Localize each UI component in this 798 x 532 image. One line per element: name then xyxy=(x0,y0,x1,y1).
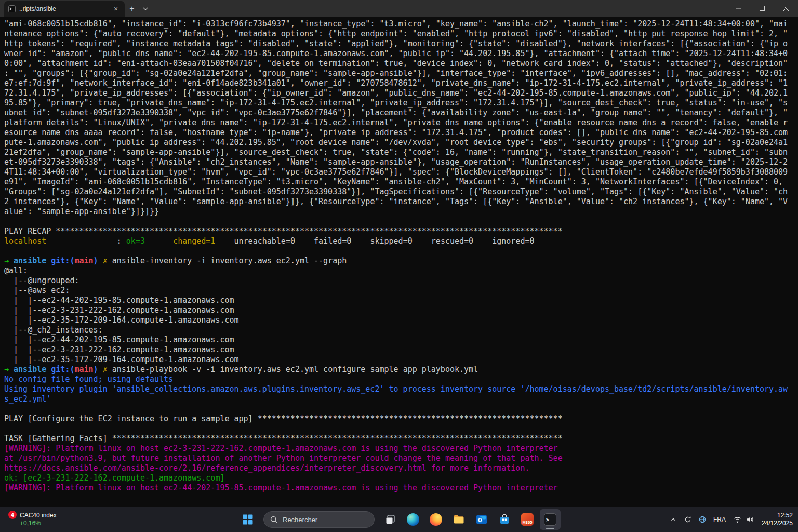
clock[interactable]: 12:52 24/12/2025 xyxy=(762,512,793,527)
terminal-tab[interactable]: ..ripts/ansible × xyxy=(4,1,125,17)
outlook-icon xyxy=(475,513,488,526)
folder-icon xyxy=(453,513,465,526)
sync-tray-button[interactable] xyxy=(681,511,695,528)
system-tray: FRA 12:52 24/12/2025 xyxy=(667,507,795,532)
active-app-indicator xyxy=(546,528,554,529)
minimize-button[interactable] xyxy=(726,0,750,17)
task-view-button[interactable] xyxy=(380,509,401,530)
store-icon xyxy=(498,513,511,526)
windows-logo-icon xyxy=(242,514,254,525)
taskbar-center: Rechercher M365 >_ xyxy=(237,507,561,532)
terminal-app-icon xyxy=(8,5,16,12)
widget-title: CAC40 index xyxy=(20,512,57,520)
edge-icon xyxy=(407,513,419,526)
search-placeholder: Rechercher xyxy=(283,516,317,524)
store-button[interactable] xyxy=(494,509,515,530)
sync-icon xyxy=(684,515,692,524)
globe-icon xyxy=(698,515,707,524)
tray-chevron-button[interactable] xyxy=(667,511,680,528)
new-tab-button[interactable]: + xyxy=(125,1,139,17)
language-indicator[interactable]: FRA xyxy=(710,511,729,528)
terminal-icon: >_ xyxy=(544,513,556,526)
firefox-button[interactable] xyxy=(425,509,446,530)
network-tray-button[interactable] xyxy=(696,511,709,528)
notification-badge: 4 xyxy=(8,511,17,519)
caption-buttons xyxy=(726,0,798,17)
terminal-titlebar: ..ripts/ansible × + xyxy=(0,0,798,17)
desktop: ..ripts/ansible × + "ami-068c0051b15cdb8… xyxy=(0,0,798,532)
widgets-button[interactable]: 4 CAC40 index +0,16% xyxy=(5,507,60,532)
file-explorer-button[interactable] xyxy=(448,509,469,530)
terminal-button[interactable]: >_ xyxy=(540,509,561,530)
volume-icon xyxy=(746,515,754,524)
widget-change: +0,16% xyxy=(20,520,57,527)
m365-button[interactable]: M365 xyxy=(517,509,538,530)
tab-title: ..ripts/ansible xyxy=(19,5,108,12)
taskbar: 4 CAC40 index +0,16% Rechercher xyxy=(0,507,798,532)
firefox-icon xyxy=(430,513,442,526)
close-button[interactable] xyxy=(774,0,798,17)
maximize-button[interactable] xyxy=(750,0,774,17)
wifi-icon xyxy=(733,515,742,524)
outlook-button[interactable] xyxy=(471,509,492,530)
tab-close-icon[interactable]: × xyxy=(111,4,121,14)
task-view-icon xyxy=(384,514,396,525)
tab-dropdown-button[interactable] xyxy=(139,1,152,17)
chevron-up-icon xyxy=(670,516,677,523)
terminal-output[interactable]: "ami-068c0051b15cdb816", "instance_id": … xyxy=(0,17,798,507)
m365-icon: M365 xyxy=(521,513,534,526)
tray-date: 24/12/2025 xyxy=(762,520,793,527)
m365-label: M365 xyxy=(523,520,533,525)
start-button[interactable] xyxy=(237,509,258,530)
tray-time: 12:52 xyxy=(762,512,793,520)
quick-settings-button[interactable] xyxy=(730,511,757,528)
edge-button[interactable] xyxy=(403,509,423,530)
taskbar-search[interactable]: Rechercher xyxy=(263,511,375,528)
search-icon xyxy=(270,516,278,524)
